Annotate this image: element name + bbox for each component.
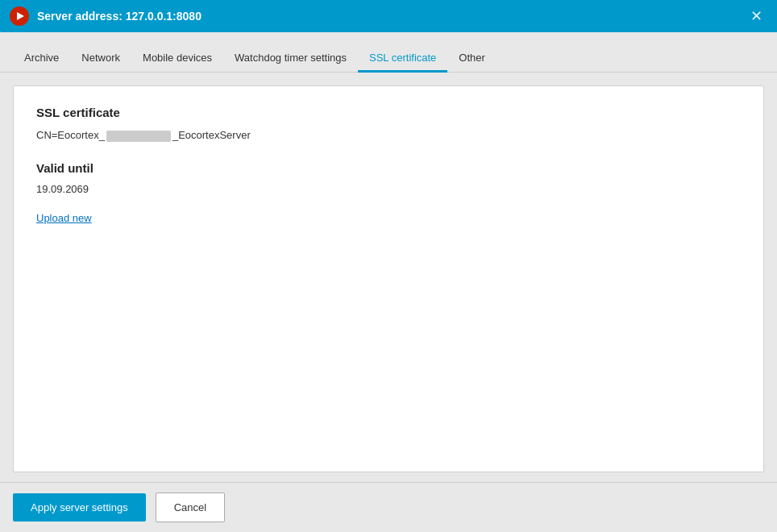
cert-value: CN=Eocortex_ _EocortexServer xyxy=(36,129,741,142)
tab-other[interactable]: Other xyxy=(447,45,497,73)
main-window: Server address: 127.0.0.1:8080 ✕ Archive… xyxy=(0,0,777,532)
tab-archive[interactable]: Archive xyxy=(13,45,70,73)
cert-prefix: CN=Eocortex_ xyxy=(36,129,105,141)
tab-mobile-devices[interactable]: Mobile devices xyxy=(131,45,223,73)
tab-watchdog[interactable]: Watchdog timer settings xyxy=(223,45,358,73)
close-button[interactable]: ✕ xyxy=(746,6,767,27)
content-area: SSL certificate CN=Eocortex_ _EocortexSe… xyxy=(0,73,777,482)
title-bar: Server address: 127.0.0.1:8080 ✕ xyxy=(0,0,777,32)
valid-date: 19.09.2069 xyxy=(36,183,741,195)
cancel-button[interactable]: Cancel xyxy=(156,493,225,522)
footer: Apply server settings Cancel xyxy=(0,482,777,532)
apply-button[interactable]: Apply server settings xyxy=(13,493,146,522)
valid-label: Valid until xyxy=(36,161,741,175)
upload-new-link[interactable]: Upload new xyxy=(36,212,92,224)
tab-network[interactable]: Network xyxy=(70,45,131,73)
cert-blurred xyxy=(106,131,171,142)
tab-bar: Archive Network Mobile devices Watchdog … xyxy=(0,32,777,73)
ssl-section-title: SSL certificate xyxy=(36,106,741,119)
tab-ssl-certificate[interactable]: SSL certificate xyxy=(358,45,447,73)
ssl-card: SSL certificate CN=Eocortex_ _EocortexSe… xyxy=(13,85,764,472)
app-logo xyxy=(10,6,29,26)
window-title: Server address: 127.0.0.1:8080 xyxy=(37,10,746,23)
cert-suffix: _EocortexServer xyxy=(172,129,251,141)
